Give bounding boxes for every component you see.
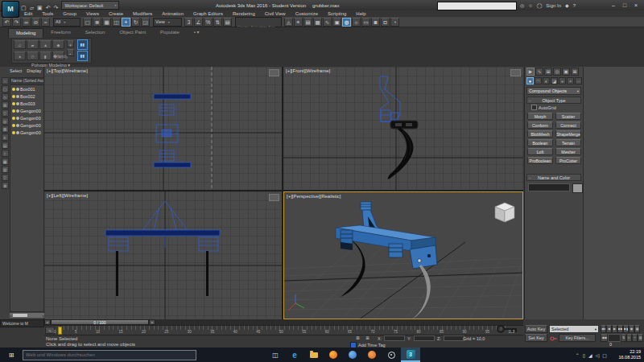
tab-motion[interactable]: ◎ <box>553 68 561 76</box>
frame-spinner[interactable]: ⇅ <box>621 334 626 342</box>
tab-display[interactable]: ▣ <box>562 68 570 76</box>
viewcube-mini[interactable] <box>510 69 521 76</box>
menu-item[interactable]: Edit <box>19 11 37 16</box>
thunderbird-icon[interactable] <box>343 348 362 362</box>
visibility-bulb-icon[interactable] <box>12 95 15 98</box>
unlink-icon[interactable]: ⊘ <box>31 18 40 27</box>
maxscript-mini-listener[interactable]: Welcome to M <box>0 319 44 327</box>
rendered-frame-icon[interactable]: ▭ <box>361 18 370 27</box>
angle-snap-icon[interactable]: ∠ <box>194 18 203 27</box>
object-type-button[interactable]: Connect <box>555 121 581 129</box>
selection-lock-icon[interactable]: ⊠ <box>354 335 361 342</box>
menu-item[interactable]: Rendering <box>228 11 260 16</box>
new-scene-icon[interactable]: ▢ <box>21 5 27 10</box>
taskbar-search-input[interactable] <box>23 352 196 358</box>
align-icon[interactable]: ≡ <box>294 18 303 27</box>
tab-hierarchy[interactable]: ⊞ <box>544 68 552 76</box>
ribbon-tab[interactable]: Object Paint <box>112 28 153 37</box>
curve-editor-icon[interactable]: ∿ <box>323 18 332 27</box>
ribbon-button[interactable]: ▲ <box>39 40 52 49</box>
explorer-tab-display[interactable]: Display <box>27 68 41 73</box>
menu-item[interactable]: Views <box>81 11 104 16</box>
layer-manager-icon[interactable]: ▤ <box>303 18 312 27</box>
object-type-rollout[interactable]: − Object Type <box>526 97 581 104</box>
redo-quick-icon[interactable]: ↷ <box>54 5 59 10</box>
time-config-icon[interactable]: ▷ <box>626 334 632 342</box>
viewcube-mini[interactable] <box>269 194 279 201</box>
tray-expand-icon[interactable]: ⌃ <box>576 352 580 358</box>
visibility-bulb-icon[interactable] <box>12 102 15 105</box>
current-frame-marker[interactable] <box>58 327 62 335</box>
y-coordinate-field[interactable] <box>414 335 435 341</box>
ribbon-tab[interactable]: Modeling <box>8 28 43 38</box>
visibility-bulb-icon[interactable] <box>12 124 15 127</box>
ribbon-button[interactable]: ▱ <box>14 40 26 49</box>
minimize-button[interactable]: – <box>608 2 619 8</box>
menu-item[interactable]: Modifiers <box>128 11 157 16</box>
infocenter-search[interactable] <box>437 2 517 10</box>
undo-quick-icon[interactable]: ↶ <box>46 5 51 10</box>
key-filters-button[interactable]: Key Filters... <box>559 334 596 342</box>
taskbar-clock[interactable]: 22:19 16.08.2015 <box>610 349 641 360</box>
ribbon-tab[interactable]: Populate <box>153 28 187 37</box>
scene-object-row[interactable]: Box002 <box>10 93 43 100</box>
volume-icon[interactable]: ◁ <box>596 352 600 358</box>
open-in-cloud-icon[interactable]: ◔ <box>390 18 399 27</box>
find-icon[interactable]: ◎ <box>2 117 9 125</box>
object-type-button[interactable]: Loft <box>527 148 553 155</box>
go-start-icon[interactable]: ◀◀ <box>601 325 606 333</box>
a360-icon[interactable]: ◆ <box>565 2 569 8</box>
ribbon-tab[interactable]: Freeform <box>43 28 77 37</box>
mirror-icon[interactable]: ◬ <box>284 18 293 27</box>
viewport-left-label[interactable]: [+][Left][Wireframe] <box>47 193 88 198</box>
hierarchy-mode-icon[interactable]: ≡ <box>2 134 9 141</box>
z-coordinate-field[interactable] <box>444 335 464 341</box>
layer-mode-icon[interactable]: ▤ <box>2 142 9 149</box>
object-type-button[interactable]: ProCutter <box>555 157 581 164</box>
pick-object-icon[interactable]: ○ <box>2 77 9 84</box>
3dsmax-taskbar-icon[interactable]: 3 <box>401 348 420 362</box>
prev-frame-arrow[interactable]: < <box>44 319 51 325</box>
select-by-name-icon[interactable]: ≣ <box>93 18 101 27</box>
current-frame-field[interactable] <box>608 334 621 342</box>
filter-icon[interactable]: ▽ <box>2 174 9 181</box>
render-production-icon[interactable]: ◙ <box>371 18 380 27</box>
edge-icon[interactable]: e <box>285 348 304 362</box>
next-frame-icon[interactable]: ▶▶ <box>617 325 623 333</box>
lock-selection-icon[interactable]: ⊠ <box>2 125 9 133</box>
select-all-icon[interactable]: ▢ <box>2 85 9 93</box>
orange-app-icon[interactable] <box>362 348 382 362</box>
display-shapes-icon[interactable]: ▥ <box>2 166 9 173</box>
help-icon[interactable]: ? <box>573 3 576 8</box>
ribbon-blue-toggle[interactable]: ▮▮ <box>77 39 88 50</box>
selection-set-dropdown[interactable]: Selected ▾ <box>549 325 599 333</box>
visibility-bulb-icon[interactable] <box>12 117 15 120</box>
selection-filter-dropdown[interactable]: All ▾ <box>53 18 80 27</box>
ribbon-button[interactable]: ▮ <box>39 51 52 60</box>
ribbon-toggle-icon[interactable]: ▩ <box>313 18 322 27</box>
menu-item[interactable]: Customize <box>291 11 323 16</box>
object-type-button[interactable]: Terrain <box>555 139 581 146</box>
viewport-front-label[interactable]: [+][Front][Wireframe] <box>286 68 330 73</box>
clock-icon[interactable]: ◔ <box>632 334 638 342</box>
settings-icon[interactable]: ≣ <box>2 182 9 189</box>
scene-object-row[interactable]: Box001 <box>10 85 43 93</box>
3dsmax-logo-menu[interactable]: M <box>2 1 19 18</box>
select-none-icon[interactable]: ◇ <box>2 93 9 101</box>
menu-item[interactable]: Tools <box>37 11 58 16</box>
menu-item[interactable]: Animation <box>157 11 188 16</box>
autogrid-checkbox[interactable] <box>531 105 537 110</box>
set-key-key-icon[interactable] <box>550 335 558 342</box>
select-scale-icon[interactable]: ◲ <box>141 18 150 27</box>
search-community-icon[interactable]: ◎ <box>520 2 524 8</box>
cat-lights-icon[interactable]: ◐ <box>543 77 550 84</box>
bind-spacewarp-icon[interactable]: ≈ <box>41 18 50 27</box>
save-file-icon[interactable]: ▣ <box>37 5 43 10</box>
percent-snap-icon[interactable]: % <box>204 18 213 27</box>
object-category-dropdown[interactable]: Compound Objects ▾ <box>526 87 581 95</box>
scene-object-row[interactable]: Gengon00 <box>10 107 43 114</box>
object-type-button[interactable]: ProBoolean <box>527 157 553 164</box>
rect-region-icon[interactable]: ▦ <box>102 18 111 27</box>
close-button[interactable]: × <box>630 2 642 8</box>
snap-toggle-icon[interactable]: 3 <box>184 18 193 27</box>
